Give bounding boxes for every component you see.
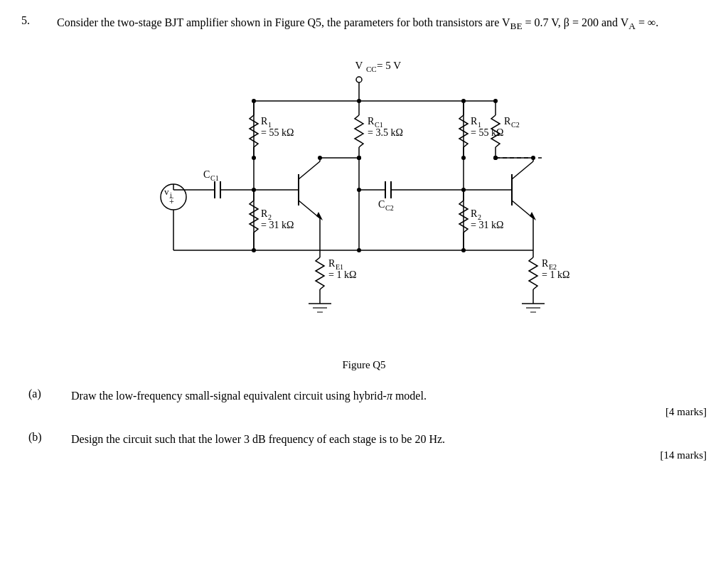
sub-label-a: (a)	[28, 387, 57, 418]
svg-text:= 5 V: = 5 V	[377, 60, 401, 71]
question-container: 5. Consider the two-stage BJT amplifier …	[21, 14, 707, 461]
figure-label: Figure Q5	[342, 359, 385, 371]
question-text: Consider the two-stage BJT amplifier sho…	[57, 14, 658, 33]
marks-b: [14 marks]	[71, 449, 707, 461]
sub-content-a: Draw the low-frequency small-signal equi…	[71, 387, 707, 418]
svg-text:= 1 kΩ: = 1 kΩ	[542, 269, 569, 280]
svg-text:R: R	[328, 258, 336, 269]
svg-rect-0	[144, 48, 584, 353]
svg-text:C2: C2	[511, 121, 520, 129]
svg-text:V: V	[355, 60, 363, 71]
circuit-diagram: V CC = 5 V R C1 = 3.5 kΩ	[144, 48, 584, 353]
svg-text:R: R	[471, 116, 478, 127]
svg-text:−: −	[169, 193, 174, 203]
sub-question-b: (b) Design the circuit such that the low…	[28, 431, 707, 461]
svg-text:R: R	[542, 258, 549, 269]
svg-point-67	[493, 156, 498, 160]
figure-area: V CC = 5 V R C1 = 3.5 kΩ	[21, 48, 707, 371]
svg-text:= 1 kΩ: = 1 kΩ	[328, 269, 356, 280]
svg-text:= 3.5 kΩ: = 3.5 kΩ	[368, 127, 403, 138]
svg-text:C2: C2	[385, 204, 394, 212]
question-header: 5. Consider the two-stage BJT amplifier …	[21, 14, 707, 33]
svg-text:C: C	[378, 199, 385, 210]
svg-point-56	[318, 156, 322, 160]
svg-text:R: R	[261, 208, 268, 219]
sub-text-b: Design the circuit such that the lower 3…	[71, 431, 707, 448]
svg-text:C1: C1	[210, 174, 219, 182]
svg-text:= 31 kΩ: = 31 kΩ	[261, 220, 294, 230]
question-number: 5.	[21, 14, 43, 33]
svg-point-66	[531, 156, 535, 160]
marks-a: [4 marks]	[71, 406, 707, 418]
sub-label-b: (b)	[28, 431, 57, 461]
svg-text:= 31 kΩ: = 31 kΩ	[471, 220, 503, 230]
sub-text-a: Draw the low-frequency small-signal equi…	[71, 387, 707, 405]
svg-text:CC: CC	[366, 65, 377, 73]
svg-text:R: R	[368, 116, 375, 127]
sub-question-a: (a) Draw the low-frequency small-signal …	[28, 387, 707, 418]
svg-text:C: C	[203, 169, 210, 180]
svg-text:R: R	[504, 116, 511, 127]
svg-text:v: v	[164, 186, 169, 197]
svg-text:= 55 kΩ: = 55 kΩ	[471, 127, 503, 138]
svg-text:R: R	[471, 208, 478, 219]
svg-text:R: R	[261, 116, 268, 127]
sub-content-b: Design the circuit such that the lower 3…	[71, 431, 707, 461]
svg-text:= 55 kΩ: = 55 kΩ	[261, 127, 294, 138]
